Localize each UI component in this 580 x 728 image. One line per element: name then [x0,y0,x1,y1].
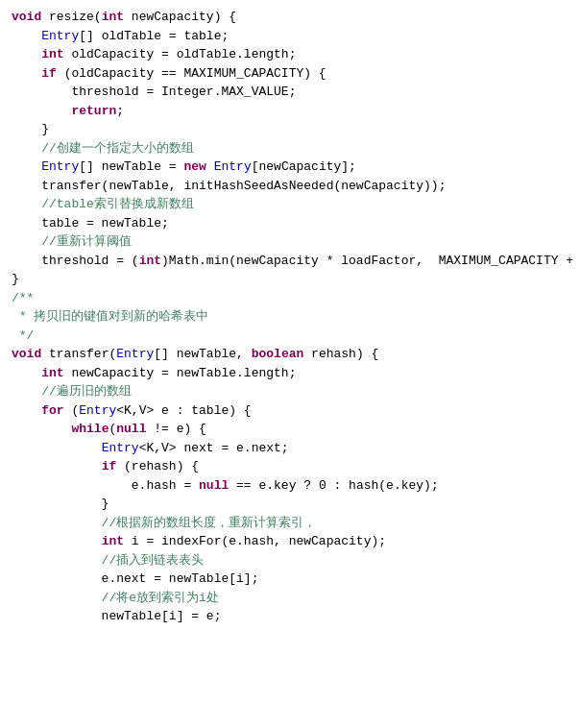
code-line: if (oldCapacity == MAXIMUM_CAPACITY) { [12,64,568,84]
code-line: void resize(int newCapacity) { [12,8,568,27]
code-container: void resize(int newCapacity) { Entry[] o… [0,0,580,728]
code-token: ; [116,104,124,118]
code-line: */ [12,327,568,346]
code-token: Entry [41,159,79,174]
code-line: newTable[i] = e; [12,607,568,626]
code-token: while [71,422,109,436]
code-token: resize( [41,10,101,24]
code-line: //插入到链表表头 [12,551,568,570]
code-line: /** [12,289,568,308]
code-token: transfer( [41,347,116,361]
code-line: } [12,495,568,514]
code-token: ( [64,403,80,418]
code-token: //遍历旧的数组 [12,384,132,399]
code-line: //重新计算阈值 [12,232,568,252]
code-token: rehash) { [303,347,378,361]
code-token [12,534,102,548]
code-line: for (Entry<K,V> e : table) { [12,401,568,421]
code-token: void [12,10,41,24]
code-token: e.hash = [12,478,199,493]
code-token: null [199,478,229,493]
code-line: * 拷贝旧的键值对到新的哈希表中 [12,307,568,327]
code-line: } [12,120,568,139]
code-token: Entry [41,29,79,43]
code-token: [newCapacity]; [252,159,356,174]
code-line: threshold = (int)Math.min(newCapacity * … [12,252,568,271]
code-token: Entry [214,159,252,174]
code-token: newCapacity) { [124,10,236,24]
code-token: == e.key ? 0 : hash(e.key); [229,478,438,493]
code-line: return; [12,102,568,121]
code-token: if [41,66,57,81]
code-token: <K,V> e : table) { [116,403,251,418]
code-token: e.next = newTable[i]; [12,571,258,586]
code-line: } [12,270,568,289]
code-token: null [116,422,146,436]
code-line: Entry[] newTable = new Entry[newCapacity… [12,158,568,177]
code-line: int i = indexFor(e.hash, newCapacity); [12,532,568,551]
code-token: /** [12,291,34,305]
code-token: //插入到链表表头 [12,553,204,568]
code-token: for [41,403,63,418]
code-token: //重新计算阈值 [12,234,132,249]
code-token: //创建一个指定大小的数组 [12,141,194,156]
code-token: table = newTable; [12,216,169,231]
code-token: Entry [79,403,116,418]
code-line: table = newTable; [12,214,568,233]
code-line: if (rehash) { [12,457,568,476]
code-token: //根据新的数组长度，重新计算索引， [12,516,316,530]
code-token: Entry [102,441,139,455]
code-token: transfer(newTable, initHashSeedAsNeeded(… [12,179,446,193]
code-token: new [183,159,205,174]
code-line: e.next = newTable[i]; [12,570,568,589]
code-line: void transfer(Entry[] newTable, boolean … [12,345,568,364]
code-token: //table索引替换成新数组 [12,197,194,211]
code-token: int [102,10,124,24]
code-token [12,159,41,174]
code-token: (oldCapacity == MAXIMUM_CAPACITY) { [57,66,326,81]
code-token [12,441,102,455]
code-token: [] newTable, [154,347,251,361]
code-token: int [139,254,161,268]
code-token: Entry [116,347,154,361]
code-line: //创建一个指定大小的数组 [12,139,568,158]
code-token [12,422,71,436]
code-line: //table索引替换成新数组 [12,195,568,214]
code-token: */ [12,328,34,343]
code-token: oldCapacity = oldTable.length; [64,47,297,61]
code-token [12,66,41,81]
code-line: //根据新的数组长度，重新计算索引， [12,514,568,533]
code-line: //将e放到索引为i处 [12,589,568,608]
code-token: return [71,104,116,118]
code-token [12,403,41,418]
code-token: boolean [252,347,304,361]
code-line: transfer(newTable, initHashSeedAsNeeded(… [12,177,568,196]
code-token [12,47,41,61]
code-token: newCapacity = newTable.length; [64,366,297,380]
code-token: //将e放到索引为i处 [12,591,219,605]
code-line: e.hash = null == e.key ? 0 : hash(e.key)… [12,476,568,496]
code-token: threshold = ( [12,254,139,268]
code-line: while(null != e) { [12,420,568,439]
code-token: )Math.min(newCapacity * loadFactor, MAXI… [161,254,580,268]
code-token: i = indexFor(e.hash, newCapacity); [124,534,386,548]
code-token: <K,V> next = e.next; [139,441,289,455]
code-line: threshold = Integer.MAX_VALUE; [12,83,568,102]
code-line: Entry<K,V> next = e.next; [12,439,568,458]
code-token: [] oldTable = table; [79,29,229,43]
code-line: int oldCapacity = oldTable.length; [12,45,568,64]
code-line: //遍历旧的数组 [12,382,568,401]
code-token: newTable[i] = e; [12,609,221,623]
code-token: [] newTable = [79,159,183,174]
code-token: } [12,272,19,286]
code-token: } [12,122,49,136]
code-token: int [41,47,63,61]
code-token: } [12,497,109,511]
code-token [12,29,41,43]
code-token: != e) { [146,422,205,436]
code-token: int [41,366,63,380]
code-token: void [12,347,41,361]
code-token [12,366,41,380]
code-line: int newCapacity = newTable.length; [12,364,568,383]
code-line: Entry[] oldTable = table; [12,27,568,46]
